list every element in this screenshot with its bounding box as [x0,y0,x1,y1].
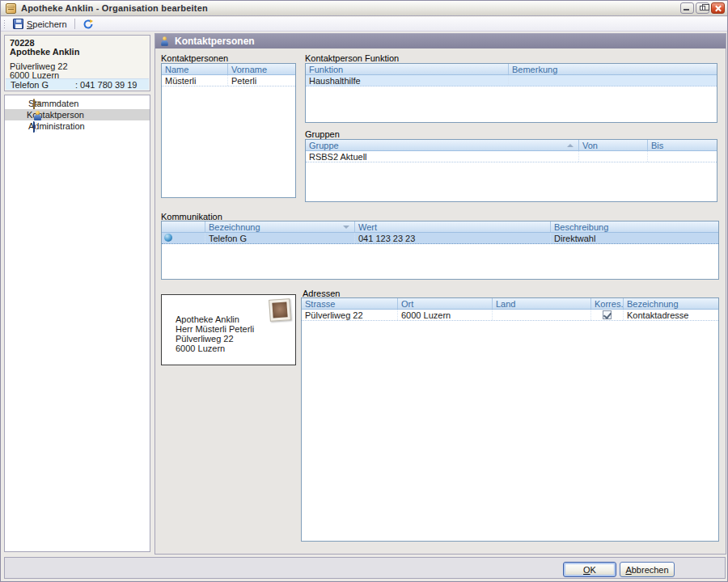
column-header-wert[interactable]: Wert [354,221,550,232]
column-header-vorname[interactable]: Vorname [227,64,295,74]
sidebar-item-kontaktperson[interactable]: Kontaktperson [5,109,150,120]
book-icon [33,121,35,133]
table-row[interactable]: RSBS2 Aktuell [306,151,717,162]
close-button[interactable] [711,2,725,14]
cell-bemerkung [508,75,717,86]
sidebar-item-label: Administration [28,121,85,131]
stamp-icon [269,298,291,322]
address-line: 6000 Luzern [176,344,254,353]
kontaktpersonen-label: Kontaktpersonen [161,53,228,63]
cell-name: Müsterli [162,75,227,86]
table-row[interactable]: Haushalthilfe [306,75,717,86]
window-controls [680,2,725,14]
cancel-button[interactable]: Abbrechen [620,562,675,577]
save-floppy-icon [13,19,23,29]
kontaktpersonen-table: Name Vorname Müsterli Peterli [161,63,296,198]
ok-button[interactable]: OK [563,562,616,577]
refresh-button[interactable] [78,18,98,31]
column-header-gruppe[interactable]: Gruppe [306,140,578,150]
column-header-beschreibung[interactable]: Beschreibung [550,221,718,232]
save-button[interactable]: Speichern [9,18,71,31]
page-title: Kontaktpersonen [175,36,255,47]
restore-icon [700,6,705,11]
table-header-row: Name Vorname [162,64,295,75]
phone-value: : 041 780 39 19 [75,80,137,90]
address-line: Herr Müsterli Peterli [176,324,254,334]
table-header-row: Strasse Ort Land Korres... Bezeichnung [302,298,718,310]
refresh-icon [83,19,94,30]
kommunikation-table: Bezeichnung Wert Beschreibung Telefon G … [161,221,719,280]
organisation-info-panel: 70228 Apotheke Anklin Pülverliweg 22 600… [4,35,150,91]
column-header-land[interactable]: Land [492,298,590,309]
table-row[interactable]: Telefon G 041 123 23 23 Direktwahl [162,233,718,244]
cell-icon [162,233,205,243]
column-header-name[interactable]: Name [162,64,227,74]
address-preview: Apotheke Anklin Herr Müsterli Peterli Pü… [161,294,296,365]
cell-land [492,310,590,320]
footer-bar: OK Abbrechen [4,557,726,579]
sidebar-item-label: Stammdaten [28,99,78,108]
cell-bis [647,151,717,162]
save-button-label: Speichern [27,19,67,29]
toolbar: Speichern [1,17,727,32]
column-header-bezeichnung[interactable]: Bezeichnung [205,221,354,232]
adressen-table: Strasse Ort Land Korres... Bezeichnung P… [301,297,719,542]
sidebar-item-administration[interactable]: Administration [5,120,150,132]
column-header-icon[interactable] [162,221,205,232]
organisation-phone-row: Telefon G : 041 780 39 19 [6,78,149,90]
phone-ball-icon [164,234,172,242]
app-window: Apotheke Anklin - Organisation bearbeite… [0,0,728,582]
cell-wert: 041 123 23 23 [354,233,550,243]
table-row[interactable]: Pülverliweg 22 6000 Luzern Kontaktadress… [302,310,718,321]
address-line: Pülverliweg 22 [176,334,254,344]
funktion-label: Kontaktperson Funktion [305,53,399,63]
column-header-korrespondenz[interactable]: Korres... [590,298,623,309]
app-icon [6,3,16,14]
main-panel: Kontaktpersonen Kontaktpersonen Name Vor… [154,33,726,555]
form-icon [33,99,35,110]
organisation-name: Apotheke Anklin [10,48,145,57]
table-header-row: Gruppe Von Bis [306,140,717,151]
funktion-table: Funktion Bemerkung Haushalthilfe [305,63,717,123]
sort-ascending-icon [567,144,574,147]
minimize-button[interactable] [680,2,694,14]
table-header-row: Funktion Bemerkung [306,64,717,75]
column-header-ort[interactable]: Ort [397,298,492,309]
phone-label: Telefon G [11,80,75,90]
cell-funktion: Haushalthilfe [306,75,508,86]
person-icon [160,36,168,45]
gruppen-table: Gruppe Von Bis RSBS2 Aktuell [305,139,717,202]
toolbar-separator [74,19,75,29]
address-preview-lines: Apotheke Anklin Herr Müsterli Peterli Pü… [176,314,254,353]
column-header-bezeichnung[interactable]: Bezeichnung [623,298,718,309]
cell-gruppe: RSBS2 Aktuell [306,151,578,162]
restore-button[interactable] [696,2,709,14]
cell-vorname: Peterli [227,75,295,86]
column-header-von[interactable]: Von [578,140,647,150]
toolbar-grip[interactable] [3,19,6,29]
column-header-bemerkung[interactable]: Bemerkung [508,64,717,74]
column-header-funktion[interactable]: Funktion [306,64,508,74]
sidebar-navigation: Stammdaten Kontaktperson Administration [4,95,150,552]
gruppen-label: Gruppen [305,129,340,139]
table-row[interactable]: Müsterli Peterli [162,75,295,86]
cell-von [578,151,647,162]
checked-checkbox-icon[interactable] [603,310,612,319]
column-header-bis[interactable]: Bis [647,140,717,150]
address-line: Apotheke Anklin [176,314,254,324]
cell-beschreibung: Direktwahl [550,233,718,243]
cell-bezeichnung: Telefon G [205,233,354,243]
cell-ort: 6000 Luzern [397,310,492,320]
column-header-strasse[interactable]: Strasse [302,298,397,309]
page-title-bar: Kontaktpersonen [155,34,726,48]
table-header-row: Bezeichnung Wert Beschreibung [162,221,718,233]
cell-bezeichnung: Kontaktadresse [623,310,718,320]
titlebar: Apotheke Anklin - Organisation bearbeite… [1,1,727,16]
content-area: Kontaktpersonen Name Vorname Müsterli Pe… [155,48,726,554]
cell-strasse: Pülverliweg 22 [302,310,397,320]
sort-descending-icon [343,226,349,229]
window-title: Apotheke Anklin - Organisation bearbeite… [21,3,208,13]
cell-korrespondenz [590,310,623,320]
sidebar-item-stammdaten[interactable]: Stammdaten [5,98,150,109]
minimize-icon [684,9,689,11]
